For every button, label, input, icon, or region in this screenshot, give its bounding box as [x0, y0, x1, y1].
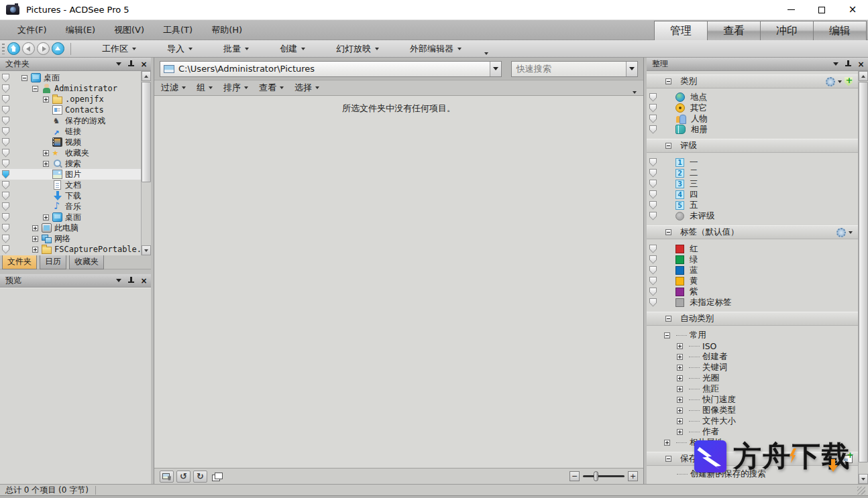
- section-collapse-icon[interactable]: [665, 78, 671, 84]
- gear-icon[interactable]: [826, 77, 835, 86]
- auto-category-row[interactable]: 快门速度: [647, 394, 858, 405]
- tree-expander[interactable]: [677, 408, 683, 414]
- tree-row[interactable]: 视频: [0, 137, 141, 147]
- zoom-in-button[interactable]: +: [628, 471, 638, 481]
- menu-item[interactable]: 文件(F): [11, 21, 54, 39]
- forward-button[interactable]: [37, 42, 50, 55]
- tree-expander[interactable]: [32, 247, 38, 253]
- mode-tab[interactable]: 管理: [654, 21, 708, 40]
- rating-row[interactable]: 2 二: [647, 168, 858, 178]
- tag-shield-icon[interactable]: [2, 202, 9, 211]
- tag-shield-icon[interactable]: [2, 224, 9, 233]
- quick-search-input[interactable]: 快速搜索: [511, 61, 638, 77]
- tree-row[interactable]: 搜索: [0, 158, 141, 169]
- rotate-right-button[interactable]: ↻: [193, 471, 207, 483]
- minimize-button[interactable]: [775, 0, 806, 20]
- mode-tab[interactable]: 编辑: [813, 21, 867, 40]
- preview-menu-button[interactable]: [114, 276, 123, 285]
- preview-pin-button[interactable]: [127, 276, 135, 285]
- label-row[interactable]: 蓝: [647, 265, 858, 275]
- tag-shield-icon[interactable]: [649, 266, 657, 275]
- auto-category-row[interactable]: 作者: [647, 426, 858, 437]
- filter-dropdown[interactable]: 过滤: [161, 82, 186, 94]
- section-collapse-icon[interactable]: [665, 316, 671, 322]
- pane-tab[interactable]: 文件夹: [2, 255, 37, 269]
- rating-row[interactable]: 3 三: [647, 178, 858, 189]
- chevron-down-icon[interactable]: [849, 231, 853, 234]
- tree-expander[interactable]: [664, 332, 670, 338]
- toolbar-dropdown[interactable]: 外部编辑器: [406, 41, 466, 57]
- filter-dropdown[interactable]: 排序: [223, 82, 248, 94]
- rotate-left-button[interactable]: ↺: [176, 471, 191, 483]
- category-row[interactable]: 人物: [647, 113, 858, 124]
- auto-category-row[interactable]: 图像类型: [647, 405, 858, 416]
- tag-shield-icon[interactable]: [649, 158, 657, 167]
- filter-dropdown[interactable]: 查看: [259, 82, 284, 94]
- zoom-out-button[interactable]: −: [569, 471, 580, 481]
- auto-categories-section-header[interactable]: 自动类别: [647, 312, 858, 326]
- auto-category-row[interactable]: ISO: [647, 340, 858, 351]
- section-collapse-icon[interactable]: [665, 456, 671, 462]
- ratings-section-header[interactable]: 评级: [647, 139, 858, 153]
- tag-shield-icon[interactable]: [649, 93, 657, 102]
- address-dropdown-button[interactable]: [490, 62, 501, 76]
- tree-row[interactable]: 文档: [0, 180, 141, 190]
- rating-row[interactable]: 5 五: [647, 200, 858, 210]
- tree-expander[interactable]: [677, 418, 683, 424]
- tree-row[interactable]: 下载: [0, 190, 141, 201]
- label-row[interactable]: 红: [647, 243, 858, 254]
- tree-expander[interactable]: [677, 354, 683, 360]
- tree-expander[interactable]: [43, 214, 49, 221]
- tree-expander[interactable]: [21, 75, 28, 81]
- toolbar-dropdown[interactable]: 导入: [163, 41, 197, 57]
- tree-row[interactable]: 网络: [0, 233, 141, 244]
- menu-item[interactable]: 编辑(E): [59, 21, 102, 39]
- categories-section-header[interactable]: 类别: [647, 74, 858, 88]
- label-row[interactable]: 未指定标签: [647, 297, 858, 308]
- tree-row[interactable]: Administrator: [0, 83, 141, 94]
- scroll-up-button[interactable]: [859, 71, 868, 81]
- tree-row[interactable]: 保存的游戏: [0, 115, 141, 126]
- filter-bar-overflow-icon[interactable]: [633, 91, 637, 94]
- section-collapse-icon[interactable]: [665, 143, 671, 149]
- tag-shield-icon[interactable]: [649, 169, 657, 178]
- tree-expander[interactable]: [677, 386, 683, 392]
- tag-shield-icon[interactable]: [649, 255, 657, 264]
- auto-category-row[interactable]: 常用: [647, 330, 858, 340]
- tag-shield-icon[interactable]: [2, 127, 9, 136]
- zoom-slider[interactable]: [583, 475, 625, 477]
- folder-tree-scrollbar[interactable]: [141, 71, 151, 255]
- tree-row[interactable]: 收藏夹: [0, 147, 141, 158]
- maximize-button[interactable]: [806, 0, 837, 20]
- tree-expander[interactable]: [677, 429, 683, 435]
- rating-row[interactable]: 1 一: [647, 157, 858, 168]
- menu-item[interactable]: 工具(T): [156, 21, 199, 39]
- tree-expander[interactable]: [32, 225, 38, 231]
- folders-close-button[interactable]: ×: [140, 60, 148, 68]
- tag-shield-icon[interactable]: [2, 170, 9, 179]
- tree-expander[interactable]: [43, 97, 49, 103]
- tree-row[interactable]: 此电脑: [0, 223, 141, 233]
- tree-expander[interactable]: [32, 236, 38, 242]
- tree-expander[interactable]: [32, 86, 38, 92]
- tag-shield-icon[interactable]: [2, 117, 9, 125]
- category-row[interactable]: 地点: [647, 92, 858, 103]
- resize-grip[interactable]: [857, 487, 865, 495]
- tag-shield-icon[interactable]: [649, 125, 657, 134]
- label-row[interactable]: 绿: [647, 254, 858, 265]
- filter-dropdown[interactable]: 选择: [294, 82, 319, 94]
- labels-section-header[interactable]: 标签（默认值）: [647, 225, 858, 239]
- scroll-up-button[interactable]: [142, 71, 151, 81]
- tag-shield-icon[interactable]: [2, 106, 9, 115]
- pane-tab[interactable]: 日历: [40, 255, 66, 269]
- file-list-area[interactable]: 所选文件夹中没有任何项目。: [154, 96, 643, 468]
- label-row[interactable]: 黄: [647, 275, 858, 286]
- folders-menu-button[interactable]: [114, 60, 123, 68]
- tag-shield-icon[interactable]: [649, 180, 657, 188]
- tree-row[interactable]: .openjfx: [0, 94, 141, 105]
- close-button[interactable]: ×: [837, 0, 868, 20]
- back-button[interactable]: [22, 42, 35, 55]
- preview-close-button[interactable]: ×: [140, 276, 148, 285]
- toolbar-dropdown[interactable]: 批量: [219, 41, 253, 57]
- tree-row[interactable]: FSCapturePortable.JS: [0, 244, 141, 255]
